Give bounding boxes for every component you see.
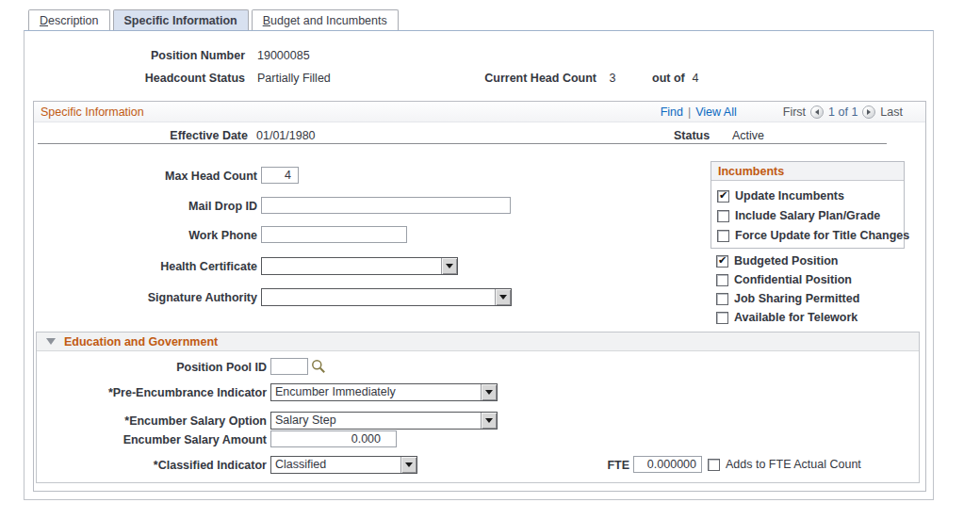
nav-separator: | bbox=[688, 105, 691, 119]
incumbents-header-bar: Incumbents bbox=[711, 162, 904, 181]
classified-indicator-label: *Classified Indicator bbox=[66, 459, 267, 472]
education-header-bar: Education and Government bbox=[37, 332, 919, 351]
encumber-salary-option-value: Salary Step bbox=[271, 413, 481, 429]
adds-to-fte-checkbox[interactable] bbox=[708, 459, 720, 471]
health-certificate-value bbox=[262, 258, 441, 274]
budgeted-position-row: Budgeted Position bbox=[716, 254, 859, 268]
effective-date-value: 01/01/1980 bbox=[256, 129, 316, 142]
headcount-status-label: Headcount Status bbox=[57, 72, 245, 85]
position-number-label: Position Number bbox=[57, 49, 245, 62]
include-salary-plan-grade-checkbox[interactable] bbox=[717, 210, 729, 222]
effective-date-label: Effective Date bbox=[75, 129, 248, 142]
row-divider bbox=[38, 143, 887, 144]
page-indicator: 1 of 1 bbox=[828, 105, 858, 119]
out-of-value: 4 bbox=[687, 72, 704, 85]
dropdown-arrow-icon[interactable] bbox=[400, 457, 416, 473]
tab-budget-accel: B bbox=[263, 14, 270, 27]
triangle-down-icon bbox=[499, 295, 507, 300]
classified-indicator-value: Classified bbox=[271, 457, 400, 473]
confidential-position-checkbox[interactable] bbox=[716, 274, 728, 286]
fte-label: FTE bbox=[594, 459, 629, 472]
signature-authority-select[interactable] bbox=[261, 288, 512, 306]
headcount-status-value: Partially Filled bbox=[257, 72, 331, 85]
health-certificate-label: Health Certificate bbox=[57, 260, 257, 273]
tab-description[interactable]: Description bbox=[28, 9, 110, 30]
last-label[interactable]: Last bbox=[880, 105, 903, 119]
job-sharing-permitted-label: Job Sharing Permitted bbox=[734, 292, 859, 305]
next-row-button[interactable] bbox=[862, 105, 875, 119]
force-update-title-changes-checkbox[interactable] bbox=[717, 230, 729, 242]
triangle-down-icon bbox=[485, 418, 493, 423]
confidential-position-row: Confidential Position bbox=[716, 273, 859, 286]
tab-budget-label: udget and Incumbents bbox=[270, 14, 387, 27]
circle-arrow-left-icon bbox=[815, 109, 819, 115]
max-head-count-input[interactable] bbox=[261, 167, 299, 184]
group-title: Specific Information bbox=[41, 105, 144, 119]
triangle-down-icon bbox=[405, 462, 413, 467]
lookup-icon[interactable] bbox=[311, 359, 326, 374]
job-sharing-permitted-checkbox[interactable] bbox=[716, 293, 728, 305]
encumber-salary-amount-label: Encumber Salary Amount bbox=[66, 433, 267, 446]
adds-to-fte-row: Adds to FTE Actual Count bbox=[708, 458, 861, 471]
signature-authority-label: Signature Authority bbox=[57, 291, 257, 304]
status-label: Status bbox=[674, 129, 721, 142]
include-salary-plan-grade-row: Include Salary Plan/Grade bbox=[717, 209, 909, 222]
encumber-salary-option-label: *Encumber Salary Option bbox=[66, 414, 267, 428]
available-for-telework-checkbox[interactable] bbox=[716, 312, 728, 324]
tab-budget-and-incumbents[interactable]: Budget and Incumbents bbox=[252, 9, 399, 30]
confidential-position-label: Confidential Position bbox=[734, 273, 852, 286]
previous-row-button[interactable] bbox=[810, 105, 824, 119]
position-pool-id-label: Position Pool ID bbox=[66, 361, 267, 374]
collapse-triangle-down-icon[interactable] bbox=[46, 338, 56, 345]
budgeted-position-checkbox[interactable] bbox=[716, 255, 728, 268]
view-all-link[interactable]: View All bbox=[695, 105, 737, 119]
pre-encumbrance-indicator-value: Encumber Immediately bbox=[271, 384, 481, 400]
budgeted-position-label: Budgeted Position bbox=[734, 254, 838, 268]
position-number-value: 19000085 bbox=[257, 49, 310, 62]
dropdown-arrow-icon[interactable] bbox=[441, 258, 457, 274]
current-head-count-label: Current Head Count bbox=[471, 72, 596, 85]
pre-encumbrance-indicator-label: *Pre-Encumbrance Indicator bbox=[66, 386, 267, 399]
mail-drop-id-input[interactable] bbox=[261, 197, 511, 214]
force-update-title-changes-row: Force Update for Title Changes bbox=[717, 229, 909, 242]
position-data-page: Description Specific Information Budget … bbox=[0, 0, 980, 519]
current-head-count-value: 3 bbox=[604, 72, 621, 85]
tab-specific-information[interactable]: Specific Information bbox=[113, 9, 249, 30]
group-navigation: Find | View All First 1 of 1 Last bbox=[661, 105, 903, 119]
group-header-bar: Specific Information Find | View All Fir… bbox=[34, 102, 925, 122]
health-certificate-select[interactable] bbox=[261, 257, 458, 275]
dropdown-arrow-icon[interactable] bbox=[495, 289, 511, 305]
available-for-telework-label: Available for Telework bbox=[734, 311, 858, 324]
tab-bar: Description Specific Information Budget … bbox=[28, 9, 399, 30]
signature-authority-value bbox=[262, 289, 495, 305]
pre-encumbrance-indicator-select[interactable]: Encumber Immediately bbox=[270, 383, 498, 401]
adds-to-fte-label: Adds to FTE Actual Count bbox=[726, 458, 861, 471]
dropdown-arrow-icon[interactable] bbox=[481, 384, 497, 400]
position-pool-id-input[interactable] bbox=[270, 358, 308, 375]
tab-description-label: escription bbox=[48, 14, 99, 27]
triangle-down-icon bbox=[485, 390, 493, 395]
incumbents-title: Incumbents bbox=[718, 165, 784, 178]
work-phone-input[interactable] bbox=[261, 226, 407, 243]
include-salary-plan-grade-label: Include Salary Plan/Grade bbox=[735, 209, 880, 222]
position-flags-list: Budgeted Position Confidential Position … bbox=[716, 254, 859, 324]
find-link[interactable]: Find bbox=[661, 105, 683, 119]
update-incumbents-label: Update Incumbents bbox=[735, 189, 844, 203]
job-sharing-permitted-row: Job Sharing Permitted bbox=[716, 292, 859, 305]
status-value: Active bbox=[732, 129, 764, 142]
first-label[interactable]: First bbox=[783, 105, 806, 119]
fte-input[interactable] bbox=[633, 456, 702, 473]
available-for-telework-row: Available for Telework bbox=[716, 311, 859, 324]
update-incumbents-row: Update Incumbents bbox=[717, 189, 909, 203]
encumber-salary-amount-input[interactable] bbox=[270, 430, 397, 447]
incumbents-checkbox-list: Update Incumbents Include Salary Plan/Gr… bbox=[717, 189, 909, 242]
dropdown-arrow-icon[interactable] bbox=[481, 413, 497, 429]
tab-specific-information-label: Specific Information bbox=[124, 14, 237, 27]
education-title: Education and Government bbox=[64, 335, 218, 349]
work-phone-label: Work Phone bbox=[57, 229, 257, 242]
classified-indicator-select[interactable]: Classified bbox=[270, 456, 417, 474]
encumber-salary-option-select[interactable]: Salary Step bbox=[270, 412, 498, 430]
out-of-label: out of bbox=[652, 72, 690, 85]
mail-drop-id-label: Mail Drop ID bbox=[57, 200, 257, 213]
update-incumbents-checkbox[interactable] bbox=[717, 190, 729, 203]
